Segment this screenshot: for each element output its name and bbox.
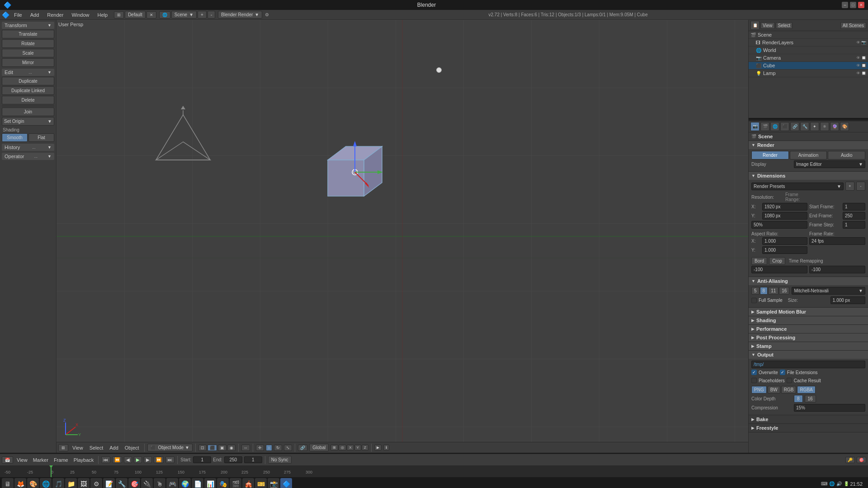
taskbar-globe[interactable]: 🌍	[179, 478, 191, 488]
snap-btn[interactable]: 🔗	[298, 445, 307, 451]
history-header[interactable]: History ... ▼	[2, 144, 54, 151]
next-key-btn[interactable]: ⏩	[154, 456, 164, 463]
performance-header[interactable]: ▶ Performance	[749, 325, 868, 333]
crop-btn[interactable]: Crop	[769, 257, 785, 265]
object-props-btn[interactable]: ⬛	[780, 122, 789, 131]
frame-rate-value[interactable]: 24 fps	[809, 237, 865, 245]
taskbar-chrome[interactable]: 🌐	[40, 478, 52, 488]
current-frame-field[interactable]	[244, 456, 262, 463]
size-input[interactable]: 1.000 px	[830, 296, 865, 304]
mirror-x-btn[interactable]: X	[347, 445, 354, 450]
scale-btn[interactable]: Scale	[2, 49, 54, 57]
keying-set-btn[interactable]: 🔑	[845, 457, 855, 463]
flat-btn[interactable]: Flat	[28, 133, 54, 142]
mirror-y-btn[interactable]: Y	[354, 445, 361, 450]
taskbar-start[interactable]: 🖥	[2, 478, 14, 488]
translate-btn[interactable]: Translate	[2, 30, 54, 38]
png-btn[interactable]: PNG	[751, 386, 767, 394]
rgba-btn[interactable]: RGBA	[797, 386, 815, 394]
select-menu[interactable]: Select	[87, 445, 106, 451]
taskbar-pr[interactable]: 🎫	[255, 478, 267, 488]
aa-header[interactable]: ▼ Anti-Aliasing	[749, 277, 868, 285]
end-frame-field[interactable]	[224, 456, 242, 463]
rotate-tool[interactable]: ↻	[274, 445, 282, 451]
grid-btn[interactable]: ⊞	[330, 445, 338, 450]
mirror-btn[interactable]: Mirror	[2, 58, 54, 67]
start-frame-input[interactable]: 1	[843, 203, 865, 211]
dimensions-header[interactable]: ▼ Dimensions	[749, 172, 868, 180]
taskbar-files[interactable]: 📁	[65, 478, 77, 488]
mirror-z-btn[interactable]: Z	[362, 445, 368, 450]
placeholder-cb[interactable]	[751, 378, 757, 383]
file-ext-cb[interactable]: ✓	[780, 370, 785, 375]
prev-key-btn[interactable]: ⏪	[112, 456, 122, 463]
minimize-button[interactable]: –	[842, 2, 848, 8]
taskbar-game[interactable]: 🎮	[166, 478, 178, 488]
output-path[interactable]: /tmp/	[751, 361, 865, 368]
constraints-btn[interactable]: 🔗	[790, 122, 799, 131]
jump-end-btn[interactable]: ⏭	[165, 456, 175, 463]
compression-input[interactable]: 15%	[794, 404, 865, 412]
bw-btn[interactable]: BW	[768, 386, 780, 394]
timeline-ruler[interactable]: -50 -25 0 25 50 75 100 125 150 175 200 2…	[0, 465, 868, 477]
render-engine-selector[interactable]: Blender Render ▼	[218, 11, 262, 19]
aa-filter-selector[interactable]: Mitchell-Netravali ▼	[792, 287, 865, 295]
menu-window[interactable]: Window	[68, 11, 93, 19]
outliner-view-btn[interactable]: 📋	[750, 21, 760, 30]
end-frame-input[interactable]: 250	[843, 212, 865, 220]
play-btn[interactable]: ▶	[134, 456, 142, 463]
aspect-x-input[interactable]: 1.000	[762, 237, 807, 245]
start-frame-field[interactable]	[193, 456, 211, 463]
render-presets-selector[interactable]: Render Presets ▼	[751, 183, 844, 190]
border-btn[interactable]: Bord	[751, 257, 767, 265]
aa-8-btn[interactable]: 8	[760, 287, 768, 295]
res-percent-input[interactable]: 50%	[751, 221, 807, 229]
solid-btn[interactable]: ⬛	[208, 445, 217, 451]
physics-btn[interactable]: ⚛	[820, 122, 829, 131]
duplicate-btn[interactable]: Duplicate	[2, 77, 54, 85]
modifiers-btn[interactable]: 🔧	[800, 122, 809, 131]
add-menu[interactable]: Add	[107, 445, 121, 451]
world-item[interactable]: 🌐 World	[749, 47, 868, 54]
display-selector[interactable]: Image Editor ▼	[794, 160, 865, 168]
cube-item[interactable]: ⬛ Cube 👁 🔲	[749, 62, 868, 70]
scene-icon-btn[interactable]: 🌐	[159, 11, 170, 19]
auto-key-btn[interactable]: 🎯	[857, 457, 866, 463]
render-layers-cam[interactable]: 📷	[861, 40, 866, 45]
taskbar-settings[interactable]: ⚙	[90, 478, 102, 488]
res-y-input[interactable]: 1080 px	[762, 212, 807, 220]
view-menu[interactable]: View	[70, 445, 85, 451]
render-layers-item[interactable]: 🎞 RenderLayers 👁 📷	[749, 39, 868, 47]
next-frame-btn[interactable]: ▶	[144, 456, 152, 463]
cache-cb[interactable]	[787, 378, 792, 383]
translate-tool[interactable]: ↕	[266, 445, 273, 451]
taskbar-ae[interactable]: 🎪	[242, 478, 254, 488]
game-info-btn[interactable]: ℹ	[383, 445, 389, 450]
lamp-item[interactable]: 💡 Lamp 👁 🔲	[749, 70, 868, 77]
taskbar-theater[interactable]: 🎭	[217, 478, 229, 488]
taskbar-blender[interactable]: 🔷	[280, 478, 292, 488]
smooth-btn[interactable]: Smooth	[2, 133, 28, 142]
shading-props-header[interactable]: ▶ Shading	[749, 316, 868, 324]
manipulator-btn[interactable]: ↔	[241, 445, 250, 451]
taskbar-photoshop[interactable]: 🎨	[27, 478, 39, 488]
output-header[interactable]: ▼ Output	[749, 351, 868, 359]
overwrite-cb[interactable]: ✓	[751, 370, 757, 375]
menu-file[interactable]: File	[10, 11, 26, 19]
lamp-eye[interactable]: 👁	[856, 71, 860, 75]
stamp-header[interactable]: ▶ Stamp	[749, 342, 868, 350]
taskbar-image[interactable]: 🖼	[78, 478, 90, 488]
menu-help[interactable]: Help	[94, 11, 112, 19]
scene-remove[interactable]: -	[208, 11, 215, 19]
taskbar-plugin[interactable]: 🔌	[141, 478, 153, 488]
particles-btn[interactable]: ✦	[810, 122, 819, 131]
timeline-frame-menu[interactable]: Frame	[52, 457, 70, 463]
rotate-btn[interactable]: Rotate	[2, 39, 54, 48]
prev-frame-btn[interactable]: ◀	[124, 456, 132, 463]
jump-start-btn[interactable]: ⏮	[101, 456, 110, 463]
time-end-input[interactable]: -100	[809, 266, 865, 273]
timeline-playback-menu[interactable]: Playback	[72, 457, 96, 463]
close-button[interactable]: ✕	[858, 2, 864, 8]
wireframe-btn[interactable]: ⊡	[198, 445, 207, 451]
scene-props-btn[interactable]: 🎬	[760, 122, 769, 131]
